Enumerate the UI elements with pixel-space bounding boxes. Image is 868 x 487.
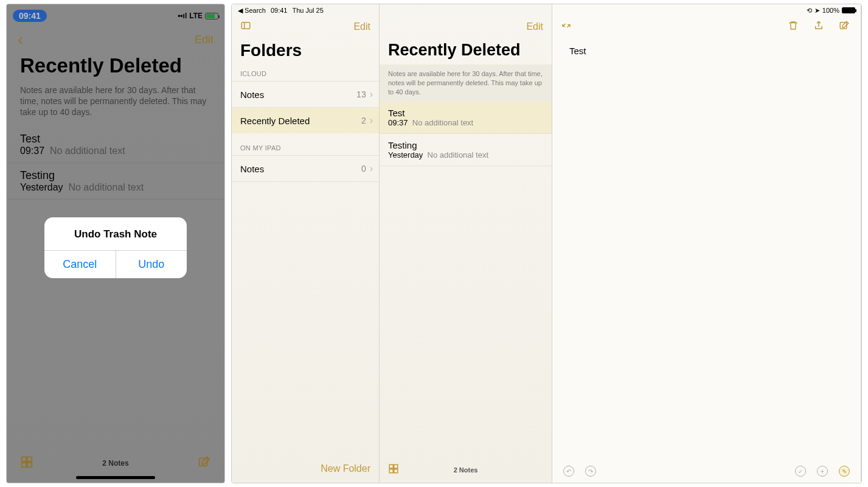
page-title: Recently Deleted (7, 51, 224, 85)
svg-rect-7 (389, 464, 393, 468)
add-circle-icon[interactable]: + (817, 466, 828, 477)
back-chevron-icon[interactable]: ‹ (18, 31, 23, 48)
svg-rect-5 (241, 23, 250, 29)
cancel-button[interactable]: Cancel (44, 251, 116, 278)
note-subtitle: Yesterday No additional text (20, 182, 211, 193)
note-row[interactable]: Testing Yesterday No additional text (380, 134, 552, 166)
undo-button[interactable]: Undo (116, 251, 187, 278)
note-title: Testing (388, 140, 543, 150)
section-label: ICLOUD (232, 68, 379, 81)
grid-view-icon[interactable] (20, 455, 33, 471)
folder-row-notes[interactable]: Notes 13› (232, 81, 379, 107)
folders-edit-button[interactable]: Edit (353, 21, 370, 32)
compose-icon[interactable] (839, 20, 850, 33)
trash-icon[interactable] (788, 20, 799, 33)
folder-name: Recently Deleted (240, 116, 310, 126)
folder-count: 2 (361, 116, 366, 125)
list-helper: Notes are available here for 30 days. Af… (380, 65, 552, 102)
note-item[interactable]: Test 09:37 No additional text (7, 127, 224, 163)
battery-icon (842, 7, 855, 13)
note-content[interactable]: Test (552, 37, 861, 65)
note-detail: Test ↶ ↷ ✓ + ✎ (552, 4, 861, 483)
notes-list: Edit Recently Deleted Notes are availabl… (380, 4, 552, 483)
phone-nav: ‹ Edit (7, 25, 224, 51)
status-date: Thu Jul 25 (292, 7, 323, 14)
note-row[interactable]: Test 09:37 No additional text (380, 102, 552, 134)
folder-name: Notes (240, 164, 264, 174)
note-count: 2 Notes (102, 459, 128, 468)
note-title: Testing (20, 169, 211, 182)
home-indicator (76, 476, 155, 479)
svg-rect-10 (394, 469, 398, 473)
folder-count: 0 (361, 164, 366, 173)
ipad-statusbar: ◀ Search 09:41 Thu Jul 25 ⟲ ➤ 100% (232, 4, 861, 16)
edit-button[interactable]: Edit (195, 33, 214, 46)
helper-text: Notes are available here for 30 days. Af… (7, 85, 224, 127)
phone-statusbar: 09:41 ••ıl LTE (7, 4, 224, 25)
new-folder-button[interactable]: New Folder (321, 463, 370, 474)
compose-icon[interactable] (198, 455, 211, 471)
folder-row-recently-deleted[interactable]: Recently Deleted 2› (232, 107, 379, 133)
battery-percent: 100% (822, 7, 839, 14)
ipad-panel: ◀ Search 09:41 Thu Jul 25 ⟲ ➤ 100% Edit … (231, 4, 862, 483)
iphone-panel: 09:41 ••ıl LTE ‹ Edit Recently Deleted N… (6, 4, 225, 483)
sidebar-toggle-icon[interactable] (240, 20, 251, 33)
modal-title: Undo Trash Note (44, 217, 187, 250)
svg-rect-0 (22, 457, 26, 461)
note-count: 2 Notes (454, 466, 478, 474)
chevron-right-icon: › (370, 89, 373, 100)
grid-view-icon[interactable] (388, 463, 399, 477)
markup-icon[interactable]: ✎ (839, 466, 850, 477)
location-icon: ➤ (814, 7, 820, 15)
folder-row-notes-local[interactable]: Notes 0› (232, 155, 379, 182)
sync-icon: ⟲ (807, 7, 812, 15)
folders-sidebar: Edit Folders ICLOUD Notes 13› Recently D… (232, 4, 380, 483)
svg-rect-1 (27, 457, 32, 461)
svg-rect-2 (22, 463, 26, 467)
chevron-right-icon: › (370, 115, 373, 126)
list-title: Recently Deleted (380, 37, 552, 65)
svg-rect-3 (27, 463, 32, 467)
detail-toolbar: ↶ ↷ ✓ + ✎ (552, 460, 861, 483)
note-title: Test (388, 108, 543, 118)
share-icon[interactable] (813, 20, 824, 33)
svg-rect-9 (389, 469, 393, 473)
battery-icon (205, 13, 218, 19)
checklist-icon[interactable]: ✓ (795, 466, 806, 477)
note-subtitle: 09:37 No additional text (20, 145, 211, 156)
time-pill: 09:41 (13, 10, 47, 22)
network-label: LTE (189, 12, 203, 20)
redo-circle-icon[interactable]: ↷ (585, 466, 596, 477)
folder-name: Notes (240, 89, 264, 100)
folders-title: Folders (232, 37, 379, 68)
list-edit-button[interactable]: Edit (526, 21, 543, 32)
signal-icon: ••ıl (178, 12, 187, 20)
undo-modal: Undo Trash Note Cancel Undo (44, 217, 187, 278)
undo-circle-icon[interactable]: ↶ (563, 466, 574, 477)
svg-rect-8 (394, 464, 398, 468)
chevron-right-icon: › (370, 163, 373, 174)
note-item[interactable]: Testing Yesterday No additional text (7, 163, 224, 200)
section-label: ON MY IPAD (232, 142, 379, 155)
status-time: 09:41 (271, 7, 288, 14)
back-to-search[interactable]: ◀ Search (238, 7, 266, 15)
folder-count: 13 (356, 89, 366, 99)
note-title: Test (20, 133, 211, 145)
expand-icon[interactable] (561, 20, 572, 33)
